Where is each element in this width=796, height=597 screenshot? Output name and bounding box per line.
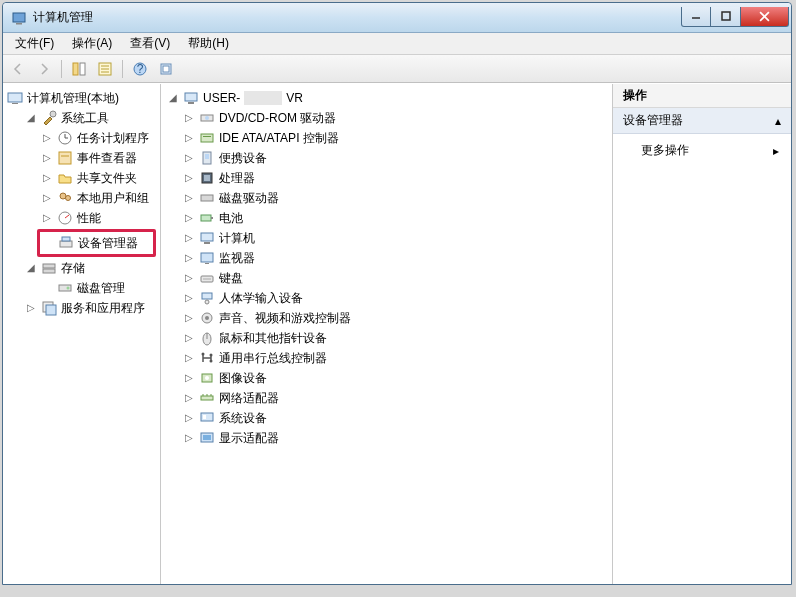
expand-icon[interactable]: ▷ — [39, 130, 55, 146]
menu-help[interactable]: 帮助(H) — [180, 33, 237, 54]
svg-rect-0 — [13, 13, 25, 22]
tree-storage[interactable]: ◢ 存储 — [23, 258, 160, 278]
expand-icon[interactable]: ▷ — [181, 130, 197, 146]
expand-icon[interactable]: ▷ — [39, 170, 55, 186]
expand-icon[interactable]: ▷ — [23, 300, 39, 316]
expand-icon[interactable]: ▷ — [181, 150, 197, 166]
menu-view[interactable]: 查看(V) — [122, 33, 178, 54]
device-category[interactable]: ▷声音、视频和游戏控制器 — [181, 308, 612, 328]
close-button[interactable] — [741, 7, 789, 27]
device-category[interactable]: ▷图像设备 — [181, 368, 612, 388]
device-category[interactable]: ▷键盘 — [181, 268, 612, 288]
device-category[interactable]: ▷人体学输入设备 — [181, 288, 612, 308]
svg-point-61 — [202, 353, 205, 356]
tree-root[interactable]: 计算机管理(本地) — [7, 88, 160, 108]
more-actions-link[interactable]: 更多操作 ▸ — [613, 134, 791, 167]
menu-action[interactable]: 操作(A) — [64, 33, 120, 54]
device-category[interactable]: ▷计算机 — [181, 228, 612, 248]
tree-disk-mgmt[interactable]: 磁盘管理 — [39, 278, 160, 298]
device-category[interactable]: ▷显示适配器 — [181, 428, 612, 448]
expand-icon[interactable]: ▷ — [181, 190, 197, 206]
menu-file[interactable]: 文件(F) — [7, 33, 62, 54]
tree-root-label: 计算机管理(本地) — [25, 88, 121, 108]
refresh-button[interactable] — [155, 58, 177, 80]
tree-shared-folders[interactable]: ▷共享文件夹 — [39, 168, 160, 188]
device-category[interactable]: ▷DVD/CD-ROM 驱动器 — [181, 108, 612, 128]
svg-rect-46 — [201, 195, 213, 201]
battery-icon — [199, 210, 215, 226]
svg-point-65 — [205, 376, 209, 380]
title-bar[interactable]: 计算机管理 — [3, 3, 791, 33]
expand-icon[interactable]: ▷ — [181, 110, 197, 126]
device-category[interactable]: ▷鼠标和其他指针设备 — [181, 328, 612, 348]
expand-icon[interactable]: ▷ — [181, 250, 197, 266]
storage-icon — [41, 260, 57, 276]
device-category-label: 图像设备 — [217, 368, 269, 388]
left-tree[interactable]: 计算机管理(本地) ◢ 系统工具 ▷任务计划程序 ▷事件查看器 ▷共享文 — [3, 84, 161, 584]
tree-local-users[interactable]: ▷本地用户和组 — [39, 188, 160, 208]
disk-icon — [57, 280, 73, 296]
expand-icon[interactable]: ▷ — [181, 170, 197, 186]
expand-icon[interactable]: ▷ — [181, 410, 197, 426]
expand-icon[interactable]: ▷ — [181, 330, 197, 346]
forward-button — [33, 58, 55, 80]
device-category[interactable]: ▷磁盘驱动器 — [181, 188, 612, 208]
svg-rect-35 — [46, 305, 56, 315]
expand-icon[interactable]: ▷ — [181, 370, 197, 386]
expand-icon[interactable]: ▷ — [39, 190, 55, 206]
expand-icon[interactable]: ▷ — [181, 350, 197, 366]
ide-icon — [199, 130, 215, 146]
storage-label: 存储 — [59, 258, 87, 278]
device-category[interactable]: ▷监视器 — [181, 248, 612, 268]
minimize-button[interactable] — [681, 7, 711, 27]
system-tools-label: 系统工具 — [59, 108, 111, 128]
tree-device-manager[interactable]: 设备管理器 — [40, 233, 153, 253]
actions-section[interactable]: 设备管理器 ▴ — [613, 108, 791, 134]
device-category[interactable]: ▷便携设备 — [181, 148, 612, 168]
svg-point-39 — [205, 116, 209, 120]
services-label: 服务和应用程序 — [59, 298, 147, 318]
expand-icon[interactable]: ▷ — [181, 270, 197, 286]
actions-header: 操作 — [613, 84, 791, 108]
collapse-icon[interactable]: ◢ — [165, 90, 181, 106]
device-root[interactable]: ◢ USER- VR — [165, 88, 612, 108]
item-label: 本地用户和组 — [75, 188, 151, 208]
device-category[interactable]: ▷系统设备 — [181, 408, 612, 428]
svg-rect-51 — [201, 253, 213, 262]
help-button[interactable]: ? — [129, 58, 151, 80]
device-category-label: 电池 — [217, 208, 245, 228]
device-category[interactable]: ▷通用串行总线控制器 — [181, 348, 612, 368]
maximize-button[interactable] — [711, 7, 741, 27]
expand-icon[interactable]: ▷ — [181, 210, 197, 226]
expand-icon[interactable]: ▷ — [181, 310, 197, 326]
device-category-label: 人体学输入设备 — [217, 288, 305, 308]
expand-icon[interactable]: ▷ — [181, 230, 197, 246]
services-icon — [41, 300, 57, 316]
tree-event-viewer[interactable]: ▷事件查看器 — [39, 148, 160, 168]
tree-performance[interactable]: ▷性能 — [39, 208, 160, 228]
device-category[interactable]: ▷处理器 — [181, 168, 612, 188]
svg-rect-49 — [201, 233, 213, 241]
device-category[interactable]: ▷电池 — [181, 208, 612, 228]
users-icon — [57, 190, 73, 206]
expand-icon[interactable]: ▷ — [181, 430, 197, 446]
collapse-icon[interactable]: ◢ — [23, 110, 39, 126]
item-label: 磁盘管理 — [75, 278, 127, 298]
collapse-icon[interactable]: ◢ — [23, 260, 39, 276]
device-category[interactable]: ▷IDE ATA/ATAPI 控制器 — [181, 128, 612, 148]
tree-system-tools[interactable]: ◢ 系统工具 — [23, 108, 160, 128]
device-tree[interactable]: ◢ USER- VR ▷DVD/CD-ROM 驱动器▷IDE ATA/ATAPI… — [161, 84, 613, 584]
clock-icon — [57, 130, 73, 146]
device-category[interactable]: ▷网络适配器 — [181, 388, 612, 408]
show-hide-tree-button[interactable] — [68, 58, 90, 80]
expand-icon[interactable]: ▷ — [39, 210, 55, 226]
svg-rect-16 — [8, 93, 22, 102]
properties-button[interactable] — [94, 58, 116, 80]
tree-services-apps[interactable]: ▷ 服务和应用程序 — [23, 298, 160, 318]
tree-task-scheduler[interactable]: ▷任务计划程序 — [39, 128, 160, 148]
expand-icon[interactable]: ▷ — [181, 290, 197, 306]
expand-icon[interactable]: ▷ — [181, 390, 197, 406]
item-label: 任务计划程序 — [75, 128, 151, 148]
expand-icon[interactable]: ▷ — [39, 150, 55, 166]
menu-bar: 文件(F) 操作(A) 查看(V) 帮助(H) — [3, 33, 791, 55]
